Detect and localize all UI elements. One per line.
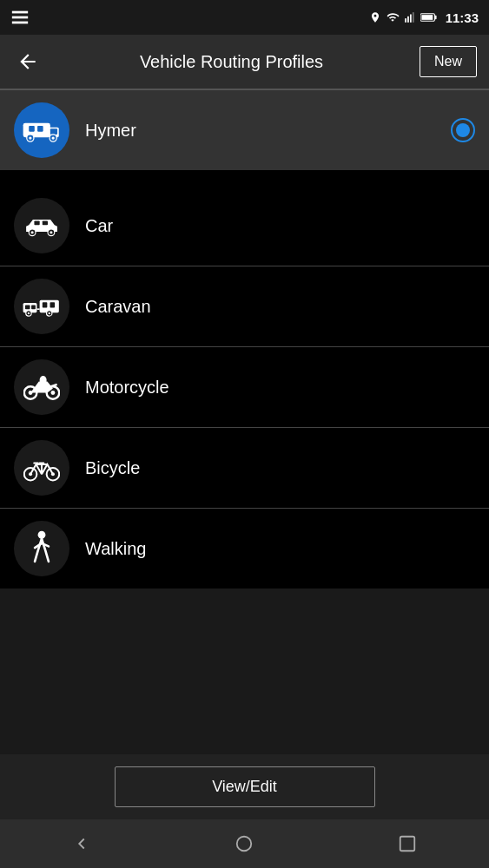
caravan-label: Caravan: [85, 297, 475, 317]
car-label: Car: [85, 216, 475, 236]
svg-rect-0: [12, 11, 28, 14]
svg-rect-46: [33, 463, 38, 464]
page-title: Vehicle Routing Profiles: [56, 52, 407, 72]
status-time: 11:33: [446, 10, 479, 25]
svg-rect-31: [50, 302, 56, 307]
svg-point-49: [237, 837, 252, 852]
signal-icon: [404, 11, 416, 23]
svg-rect-8: [421, 15, 433, 20]
bicycle-label: Bicycle: [85, 458, 475, 478]
svg-rect-4: [407, 16, 409, 23]
svg-rect-5: [410, 15, 412, 23]
svg-point-24: [50, 231, 52, 233]
location-icon: [369, 11, 381, 23]
svg-rect-19: [34, 221, 39, 226]
status-bar-left: [10, 8, 30, 27]
nav-bar: Vehicle Routing Profiles New: [0, 35, 489, 89]
svg-rect-26: [25, 305, 30, 309]
list-item-caravan[interactable]: Caravan: [0, 266, 489, 346]
svg-rect-50: [400, 837, 415, 852]
list-item-hymer[interactable]: Hymer: [0, 90, 489, 170]
hymer-vehicle-icon: [14, 102, 69, 158]
svg-point-35: [49, 312, 50, 314]
view-edit-button[interactable]: View/Edit: [115, 766, 375, 807]
car-vehicle-icon: [14, 198, 69, 253]
motorcycle-vehicle-icon: [14, 359, 69, 415]
nav-home-button[interactable]: [220, 826, 268, 861]
svg-point-39: [51, 391, 56, 395]
back-button[interactable]: [12, 46, 43, 77]
svg-rect-2: [12, 22, 28, 24]
nav-recents-button[interactable]: [383, 826, 432, 861]
hymer-radio: [451, 118, 475, 142]
svg-rect-27: [31, 305, 36, 309]
svg-rect-1: [12, 16, 28, 19]
list-item-bicycle[interactable]: Bicycle: [0, 427, 489, 508]
caravan-vehicle-icon: [14, 279, 69, 334]
svg-point-33: [28, 312, 30, 314]
svg-rect-20: [43, 221, 48, 226]
wifi-icon: [386, 11, 400, 23]
svg-rect-13: [29, 126, 35, 132]
nav-back-button[interactable]: [57, 826, 106, 861]
svg-rect-6: [413, 12, 414, 23]
empty-area: [0, 589, 489, 760]
section-divider: [0, 170, 489, 186]
hymer-label: Hymer: [85, 121, 451, 141]
svg-rect-28: [36, 308, 39, 310]
svg-point-22: [31, 231, 34, 233]
bicycle-vehicle-icon: [14, 440, 69, 496]
svg-rect-3: [405, 18, 406, 23]
motorcycle-label: Motorcycle: [85, 378, 475, 398]
svg-rect-47: [39, 463, 44, 464]
svg-point-40: [40, 376, 47, 385]
svg-rect-30: [43, 302, 48, 307]
svg-point-16: [29, 136, 31, 139]
svg-rect-10: [23, 123, 50, 137]
list-item-motorcycle[interactable]: Motorcycle: [0, 346, 489, 427]
svg-rect-9: [434, 16, 436, 19]
status-bar-right: 11:33: [369, 10, 479, 25]
bottom-nav-bar: [0, 819, 489, 868]
svg-rect-14: [37, 126, 43, 132]
walking-label: Walking: [85, 539, 475, 559]
svg-point-48: [38, 531, 46, 539]
walking-person-icon: [14, 521, 69, 576]
view-edit-area: View/Edit: [0, 754, 489, 819]
list-item-car[interactable]: Car: [0, 186, 489, 266]
svg-point-18: [52, 136, 55, 139]
battery-icon: [420, 11, 438, 23]
new-button[interactable]: New: [420, 46, 477, 77]
status-bar: 11:33: [0, 0, 489, 35]
svg-rect-12: [50, 128, 57, 135]
hamburger-icon: [10, 8, 30, 27]
list-item-walking[interactable]: Walking: [0, 508, 489, 589]
